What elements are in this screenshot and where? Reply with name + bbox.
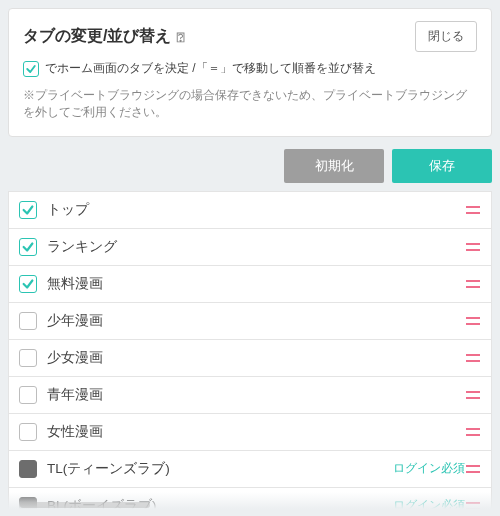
item-label: ランキング [47, 238, 465, 256]
item-label: トップ [47, 201, 465, 219]
checkbox[interactable] [19, 238, 37, 256]
drag-handle-icon[interactable] [465, 317, 481, 325]
drag-handle-icon[interactable] [465, 428, 481, 436]
checkbox[interactable] [19, 386, 37, 404]
panel-header: タブの変更/並び替え ⍰ 閉じる [23, 21, 477, 52]
info-icon: ⍰ [177, 30, 184, 44]
save-button[interactable]: 保存 [392, 149, 492, 183]
login-required-badge: ログイン必須 [393, 497, 465, 514]
drag-handle-icon[interactable] [465, 354, 481, 362]
item-label: 青年漫画 [47, 386, 465, 404]
close-button[interactable]: 閉じる [415, 21, 477, 52]
list-item: 少年漫画 [8, 303, 492, 340]
drag-handle-icon[interactable] [465, 391, 481, 399]
tab-list: トップランキング無料漫画少年漫画少女漫画青年漫画女性漫画TL(ティーンズラブ)ロ… [8, 191, 492, 517]
checkbox[interactable] [19, 275, 37, 293]
subtitle-text: でホーム画面のタブを決定 /「＝」で移動して順番を並び替え [45, 60, 376, 77]
item-label: 少年漫画 [47, 312, 465, 330]
scrollbar-thumb[interactable] [20, 502, 150, 508]
checkbox[interactable] [19, 423, 37, 441]
action-bar: 初期化 保存 [0, 137, 500, 191]
reset-button[interactable]: 初期化 [284, 149, 384, 183]
checkbox[interactable] [19, 349, 37, 367]
list-item: トップ [8, 191, 492, 229]
drag-handle-icon[interactable] [465, 502, 481, 510]
item-label: 無料漫画 [47, 275, 465, 293]
warning-text: ※プライベートブラウジングの場合保存できないため、プライベートブラウジングを外し… [23, 87, 477, 122]
settings-panel: タブの変更/並び替え ⍰ 閉じる でホーム画面のタブを決定 /「＝」で移動して順… [8, 8, 492, 137]
drag-handle-icon[interactable] [465, 206, 481, 214]
item-label: TL(ティーンズラブ) [47, 460, 387, 478]
list-item: 少女漫画 [8, 340, 492, 377]
list-item: TL(ティーンズラブ)ログイン必須 [8, 451, 492, 488]
drag-handle-icon[interactable] [465, 243, 481, 251]
subtitle: でホーム画面のタブを決定 /「＝」で移動して順番を並び替え [23, 60, 477, 77]
drag-handle-icon[interactable] [465, 465, 481, 473]
checkbox[interactable] [19, 460, 37, 478]
login-required-badge: ログイン必須 [393, 460, 465, 477]
drag-handle-icon[interactable] [465, 280, 481, 288]
list-item: 女性漫画 [8, 414, 492, 451]
list-item: 青年漫画 [8, 377, 492, 414]
list-item: 無料漫画 [8, 266, 492, 303]
checkbox-sample-icon [23, 61, 39, 77]
checkbox[interactable] [19, 201, 37, 219]
list-item: ランキング [8, 229, 492, 266]
item-label: 女性漫画 [47, 423, 465, 441]
item-label: 少女漫画 [47, 349, 465, 367]
checkbox[interactable] [19, 312, 37, 330]
title-text: タブの変更/並び替え [23, 26, 171, 47]
page-title: タブの変更/並び替え ⍰ [23, 26, 184, 47]
